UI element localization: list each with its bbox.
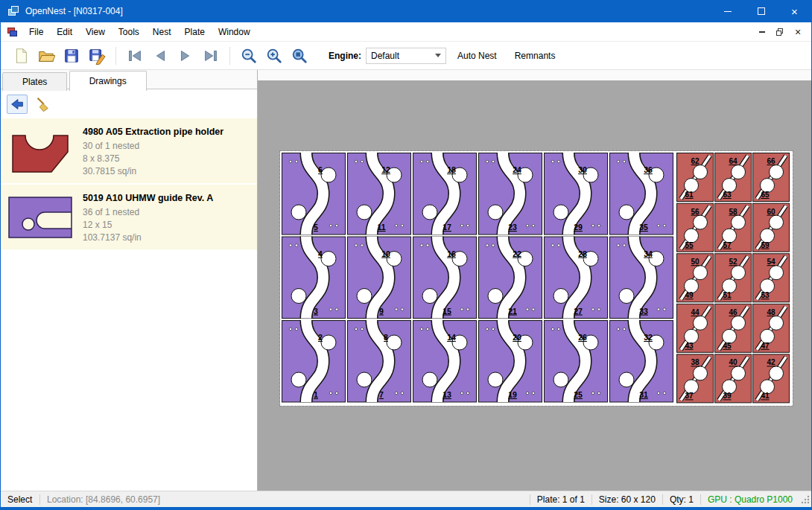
nested-part-pair-red[interactable]: 5857: [715, 203, 752, 252]
nested-part-pair-red[interactable]: 4847: [753, 304, 790, 352]
mdi-restore-button[interactable]: [771, 25, 789, 39]
svg-text:57: 57: [723, 241, 732, 249]
nested-part-pair-purple[interactable]: 1211: [348, 153, 411, 235]
nested-part-pair-purple[interactable]: 1413: [413, 320, 477, 402]
nested-part-pair-red[interactable]: 5655: [677, 203, 714, 252]
svg-text:13: 13: [443, 390, 451, 399]
drawing-list: 4980 A05 Extraction pipe holder 30 of 1 …: [1, 118, 257, 249]
svg-text:4: 4: [318, 249, 323, 258]
nested-part-pair-purple[interactable]: 87: [348, 320, 411, 402]
remnants-button[interactable]: Remnants: [508, 46, 562, 66]
tab-plates[interactable]: Plates: [2, 72, 67, 91]
open-button[interactable]: [34, 44, 59, 68]
new-button[interactable]: [8, 44, 34, 68]
svg-text:22: 22: [513, 249, 521, 258]
clear-button[interactable]: [32, 95, 53, 114]
nested-part-pair-purple[interactable]: 43: [282, 237, 346, 319]
window-border-accent: [1, 507, 811, 510]
drawing-item-1[interactable]: 4980 A05 Extraction pipe holder 30 of 1 …: [1, 118, 257, 183]
nested-part-pair-purple[interactable]: 65: [282, 153, 346, 235]
svg-text:44: 44: [691, 308, 700, 316]
maximize-icon: [758, 7, 765, 15]
nested-part-pair-purple[interactable]: 109: [348, 237, 411, 319]
save-button[interactable]: [59, 44, 84, 68]
resize-grip[interactable]: [799, 494, 811, 506]
tab-drawings[interactable]: Drawings: [69, 71, 147, 91]
nested-part-pair-red[interactable]: 4241: [753, 354, 790, 403]
nested-part-pair-red[interactable]: 3837: [677, 354, 714, 403]
first-plate-button[interactable]: [122, 44, 148, 68]
engine-select[interactable]: Default: [366, 48, 446, 64]
previous-plate-button[interactable]: [148, 44, 173, 68]
maximize-button[interactable]: [744, 0, 778, 22]
drawing-thumb-shape: [9, 197, 72, 238]
nested-part-pair-purple[interactable]: 3635: [610, 153, 673, 235]
zoom-in-button[interactable]: [261, 44, 287, 68]
nested-part-pair-red[interactable]: 6059: [753, 203, 790, 252]
nested-part-pair-purple[interactable]: 1817: [413, 153, 477, 235]
nested-part-pair-purple[interactable]: 2827: [545, 237, 608, 319]
nested-part-pair-purple[interactable]: 2423: [479, 153, 542, 235]
svg-text:64: 64: [729, 157, 738, 165]
next-arrow-icon: [177, 47, 194, 65]
drawing-item-2[interactable]: 5019 A10 UHMW guide Rev. A 36 of 1 neste…: [1, 185, 257, 249]
nested-part-pair-red[interactable]: 5453: [753, 254, 790, 302]
nest-canvas[interactable]: 6512111817242330293635431091615222128273…: [258, 70, 811, 491]
nested-part-pair-red[interactable]: 4645: [715, 304, 752, 352]
svg-text:46: 46: [729, 308, 738, 316]
plate[interactable]: 6512111817242330293635431091615222128273…: [280, 151, 793, 406]
minimize-button[interactable]: [711, 0, 744, 22]
menu-file[interactable]: File: [22, 23, 50, 41]
svg-text:66: 66: [767, 157, 775, 165]
menu-tools[interactable]: Tools: [112, 23, 146, 41]
save-as-button[interactable]: [84, 44, 110, 68]
menu-plate[interactable]: Plate: [178, 23, 212, 41]
document-icon: [6, 27, 18, 37]
close-button[interactable]: ×: [778, 0, 811, 22]
menu-edit[interactable]: Edit: [50, 23, 79, 41]
nested-part-pair-purple[interactable]: 3029: [545, 153, 608, 235]
zoom-fit-icon: [291, 47, 308, 65]
svg-text:35: 35: [639, 223, 648, 232]
send-back-button[interactable]: [7, 95, 28, 114]
nested-part-pair-red[interactable]: 6665: [753, 153, 790, 202]
svg-text:10: 10: [381, 249, 390, 258]
zoom-in-icon: [265, 47, 283, 65]
drawing-area: 30.7815 sq/in: [83, 165, 253, 178]
nested-part-pair-purple[interactable]: 2019: [479, 320, 542, 402]
nested-part-pair-purple[interactable]: 2625: [545, 320, 608, 402]
svg-text:55: 55: [685, 241, 694, 249]
nested-part-pair-red[interactable]: 6463: [715, 153, 752, 202]
nested-part-pair-purple[interactable]: 1615: [413, 237, 477, 319]
menu-nest[interactable]: Nest: [146, 23, 178, 41]
svg-text:1: 1: [314, 390, 318, 399]
svg-text:54: 54: [767, 258, 775, 266]
nested-part-pair-red[interactable]: 6261: [677, 153, 714, 202]
last-plate-button[interactable]: [198, 44, 223, 68]
svg-text:52: 52: [729, 258, 738, 266]
next-plate-button[interactable]: [173, 44, 198, 68]
nested-part-pair-purple[interactable]: 3231: [610, 320, 673, 402]
plate-svg: 6512111817242330293635431091615222128273…: [280, 151, 793, 406]
nested-part-pair-red[interactable]: 5049: [677, 254, 714, 302]
statusbar-location: Location: [84.8696, 60.6957]: [40, 494, 167, 505]
menu-window[interactable]: Window: [212, 23, 257, 41]
app-window: OpenNest - [N0317-004] × File Edit View …: [0, 0, 812, 510]
titlebar: OpenNest - [N0317-004] ×: [1, 0, 811, 22]
menu-view[interactable]: View: [79, 23, 112, 41]
statusbar: Select Location: [84.8696, 60.6957] Plat…: [1, 491, 811, 507]
nested-part-pair-purple[interactable]: 3433: [610, 237, 673, 319]
nested-part-pair-purple[interactable]: 21: [282, 320, 346, 402]
svg-text:16: 16: [447, 249, 456, 258]
mdi-minimize-button[interactable]: [753, 25, 771, 39]
sidebar: Plates Drawings: [1, 70, 258, 491]
nested-part-pair-red[interactable]: 4039: [715, 354, 752, 403]
nested-part-pair-red[interactable]: 5251: [715, 254, 752, 302]
mdi-close-button[interactable]: ×: [789, 25, 807, 39]
auto-nest-button[interactable]: Auto Nest: [451, 46, 504, 66]
nested-part-pair-purple[interactable]: 2221: [479, 237, 542, 319]
nested-part-pair-red[interactable]: 4443: [677, 304, 714, 352]
zoom-out-button[interactable]: [236, 44, 261, 68]
drawing-thumbnail-purple: [5, 190, 75, 244]
zoom-fit-button[interactable]: [287, 44, 312, 68]
